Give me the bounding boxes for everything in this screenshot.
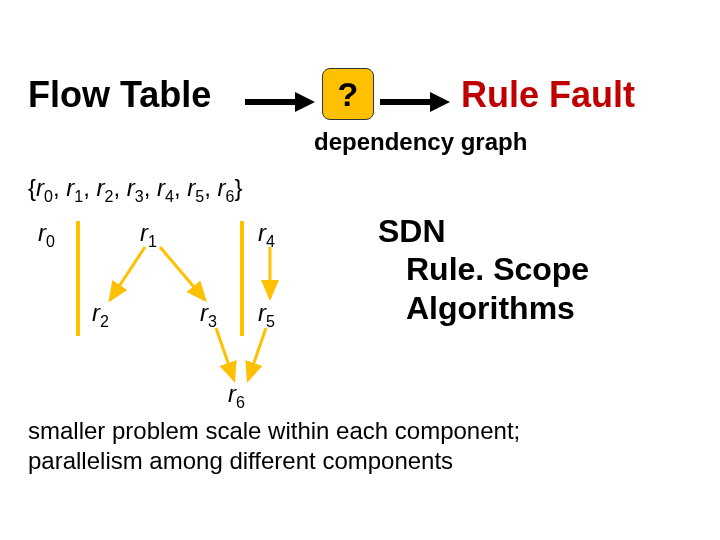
arrow-right-icon — [380, 90, 450, 114]
arrow-right-icon — [245, 90, 315, 114]
question-mark-icon: ? — [338, 75, 359, 114]
graph-node-r2: r2 — [92, 299, 109, 331]
flow-table-label: Flow Table — [28, 74, 211, 116]
separator-bar — [76, 221, 80, 336]
svg-line-7 — [248, 328, 266, 380]
graph-node-r5: r5 — [258, 299, 275, 331]
svg-line-5 — [160, 247, 205, 300]
svg-line-4 — [110, 247, 145, 300]
svg-line-8 — [216, 328, 234, 380]
svg-marker-1 — [295, 92, 315, 112]
svg-marker-3 — [430, 92, 450, 112]
question-box: ? — [322, 68, 374, 120]
sdn-line1: SDN — [378, 212, 589, 250]
bottom-line1: smaller problem scale within each compon… — [28, 416, 520, 446]
sdn-line3: Algorithms — [378, 289, 589, 327]
graph-node-r1: r1 — [140, 219, 157, 251]
graph-node-r6: r6 — [228, 380, 245, 412]
rule-fault-label: Rule Fault — [461, 74, 635, 116]
bottom-text: smaller problem scale within each compon… — [28, 416, 520, 476]
graph-node-r4: r4 — [258, 219, 275, 251]
bottom-line2: parallelism among different components — [28, 446, 520, 476]
graph-node-r0: r0 — [38, 219, 55, 251]
dependency-graph-label: dependency graph — [314, 128, 527, 156]
sdn-line2: Rule. Scope — [378, 250, 589, 288]
sdn-block: SDN Rule. Scope Algorithms — [378, 212, 589, 327]
separator-bar — [240, 221, 244, 336]
graph-node-r3: r3 — [200, 299, 217, 331]
rule-set: {r0, r1, r2, r3, r4, r5, r6} — [28, 174, 242, 206]
